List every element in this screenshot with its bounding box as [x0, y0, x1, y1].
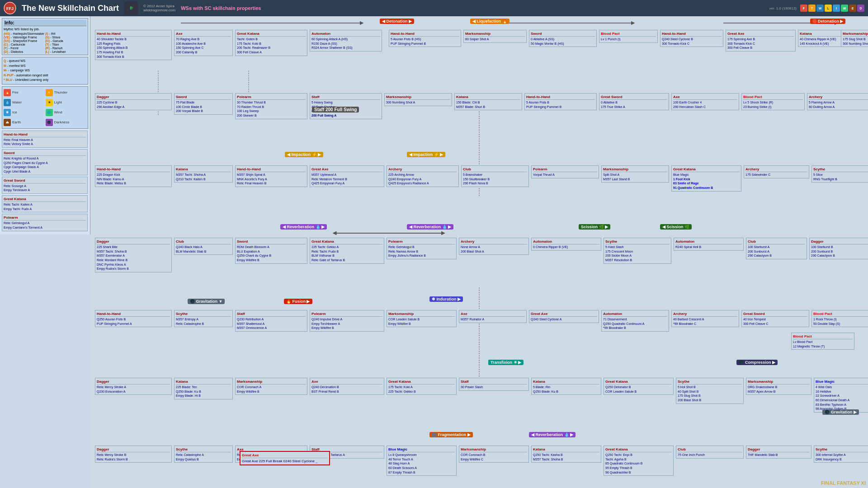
thunder-label: Thunder	[54, 90, 68, 94]
earth-row: ⛰ Earth	[4, 119, 45, 126]
club-row7: Club 75 One Inch Punch	[676, 446, 744, 459]
katana-row6-center: Katana 5 Blade: Rin Q250 Blade: Ku B	[531, 378, 601, 395]
inner-chart: Detonation ▶ Hand-to-Hand 40 Shoulder Ta…	[90, 16, 868, 488]
marks-row6: Marksmanship COR Coronach A Empy Wildfir…	[235, 378, 307, 395]
abbr-S: (S) - Shiva	[45, 36, 86, 39]
automaton-row4: Automaton 0 Chimera Ripper B (VE)	[531, 238, 601, 251]
earth-elem-icon: ⛰	[4, 119, 11, 126]
element-icons: F T W L I W E D	[800, 5, 864, 12]
thunder-elem-icon: ⚡	[46, 89, 53, 96]
hth-left-sec: Hand-to-Hand Relic Final Heaven A Relic …	[2, 131, 88, 148]
marks-row2: Marksmanship 300 Numbing Shot A	[384, 93, 452, 106]
q-labels: Q - queued WS M - merited WS M- - campai…	[4, 59, 86, 83]
hth-header: Hand-to-Hand	[4, 132, 86, 137]
hth-skill-2: Relic Victory Smite A	[4, 142, 86, 146]
polearm-row3: Polearm Vorpal Thrust A	[531, 165, 599, 178]
wind-row: 🌀 Wind	[46, 109, 87, 116]
dagger-row7: Dagger Relic Mercy Stroke B Relic Rudra'…	[95, 446, 172, 463]
chart-wrapper: Detonation ▶ Hand-to-Hand 40 Shoulder Ta…	[90, 16, 868, 488]
axe-top-sec: Axe 70 Raging Axe B 100 Avalanche Axe B …	[174, 30, 233, 56]
bm-row7: Blue Magic Lv 8 Queasyshroom 48 Terror T…	[387, 446, 457, 476]
gs-mid-sec: Great Sword 0 Ablative B 175 True Strike…	[599, 93, 669, 110]
impaction-right-label: ◀ Impaction ⚡ ▶	[407, 152, 445, 157]
marks-row5: Marksmanship COR Leaden Salute B Empy Wi…	[387, 310, 457, 327]
ga-row3: Great Axe M357 Upheaval A Relic Metatron…	[310, 165, 384, 187]
transfixion-label: Transfixion ☀ ▶	[488, 360, 524, 365]
polearm-row5: Polearm Q240 Impulse Drive A Empy Torchb…	[310, 310, 384, 332]
wind-elem-icon: 🌀	[46, 109, 53, 116]
svg-text:FFJ: FFJ	[6, 6, 14, 11]
water-icon: W	[816, 5, 824, 12]
header-right: ver. 1.0 (190812) F T W L I W E D	[769, 5, 864, 12]
dagger-row6: Dagger Relic Mercy Stroke A Q230 Eviscer…	[95, 378, 172, 395]
app-logo: FFJ	[4, 2, 16, 14]
scythe-row7-right: Scythe 300 Infernal Scythe A DRK Insurge…	[814, 446, 868, 463]
detonation-dot	[812, 19, 817, 23]
ice-row: ❄ Ice	[4, 109, 45, 116]
detonation-top-label: Detonation ▶	[810, 19, 845, 24]
katana-row3: Katana M357 Tachi: Shoha A Q210 Tachi: K…	[174, 165, 233, 183]
gk-header: Great Katana	[4, 197, 86, 202]
gravitation-bot-label: 🌑 Gravitation ▶	[822, 409, 859, 415]
abbr-C: (C) - Carbuncle	[4, 43, 45, 46]
dagger-row2: Dagger 225 Cyclone B 290 Aeolian Edge A	[95, 93, 172, 110]
great-katana-row6: Great Katana 175 Tachi: Koki A 225 Tachi…	[387, 378, 457, 395]
ga-row5: Great Axe Q240 Steel Cyclone A	[529, 310, 599, 323]
earth-label: Earth	[12, 120, 21, 124]
dagger-row4: Dagger 225 Shark Bite M357 Tachi: Shoha …	[95, 238, 172, 272]
axe-mid-right: Axe 100 Earth Crusher 4 290 Herculean Sl…	[671, 93, 739, 110]
reverberation-bot-label: ◀ Reverberation 💧 ▶	[529, 432, 576, 437]
gk-skill-2: Empy Tachi: Fudo A	[4, 207, 86, 211]
abbr-SS: (SS) - Sharpshot Frame	[4, 39, 45, 42]
compression-label: 🌑 Compression ▶	[736, 360, 778, 365]
light-row: ☀ Light	[46, 99, 87, 106]
sword-row4: Sword RDM Death Blossom A BLU Expiation …	[235, 238, 307, 264]
gk-top-sec: Great Katana Tachi: Goten B 175 Tachi: K…	[235, 30, 307, 56]
dark-elem-icon: 🌑	[46, 119, 53, 126]
automaton-top-sec: Automaton 60 Spinning Attack A (HS) R150…	[310, 30, 382, 52]
axe-row6: Axe Q240 Decimation B BST Primal Rend B	[310, 378, 384, 395]
archery-row3-right: Archery 175 Sidewinder C	[744, 165, 809, 178]
left-legend-panel: Info: Mythic WS listed by job. (HS) - Ha…	[0, 16, 90, 235]
mythic-note: Mythic WS listed by job.	[4, 27, 86, 31]
liquefaction-label: ◀ Liquefaction 🔥	[470, 19, 509, 24]
marks-top-sec: Marksmanship 80 Sniper Shot A	[463, 30, 527, 43]
scission-left-label: Scission 🌿 ▶	[579, 224, 610, 230]
fire-label: Fire	[12, 90, 19, 94]
info-section: Info: Mythic WS listed by job. (HS) - Ha…	[2, 18, 88, 55]
thunder-row: ⚡ Thunder	[46, 89, 87, 96]
scythe-row7: Scythe Relic Catastrophe A Empy Quietus …	[174, 446, 233, 463]
archery-row2: Archery 5 Flaming Arrow A 80 Dulling Arr…	[807, 93, 868, 110]
dragon-logo: 🐉	[124, 1, 138, 15]
fragmentation-label: 🌀 Fragmentation ▶	[429, 432, 473, 437]
ga-noted-sec: Great Axe Great Axe 225 Full Break 0240 …	[240, 451, 330, 465]
club-row4: Club Q240 Black Halo A BLM Mandelic Stab…	[174, 238, 233, 255]
hth-row5: Hand-to-Hand Q250 Asuran Fists B PUP Str…	[95, 310, 172, 327]
polearm-row2: Polearm 30 Thunder Thrust B 70 Raiden Th…	[235, 93, 307, 119]
scythe-row6: Scythe 5 Hot Shot B 40 Split Shot B 175 …	[676, 378, 744, 404]
earth-icon: E	[849, 5, 856, 12]
fire-row: 🔥 Fire	[4, 89, 45, 96]
bm-row6: Blue Magic 4 Wild Oats 16 Helldive 22 Sc…	[814, 378, 868, 413]
reverberation-right-label: ◀ Reverberation 💧 ▶	[407, 224, 453, 230]
marks-far-right: Marksmanship 175 Slug Shot B 300 Numbing…	[841, 30, 868, 47]
impaction-left-label: ◀ Impaction ⚡ ▶	[285, 152, 323, 157]
bp-mid-sec: Blood Pact Lv 5 Shock Strike (R) 23 Burn…	[741, 93, 805, 110]
gk-row3: Great Katana Blue Magic 1 Foot Kick 63 S…	[671, 165, 741, 192]
greatsword-left-sec: Great Sword Relic Scourge A Empy Torclea…	[2, 177, 88, 194]
ice-label: Ice	[12, 110, 17, 114]
detonation-label: Detonation	[818, 19, 839, 23]
polearm-skill-1: Relic Geirskogul A	[4, 221, 86, 225]
club-row3: Club 5 Brainshaker 150 Skullbreaker B 29…	[461, 165, 529, 187]
sword-header: Sword	[4, 150, 86, 156]
page-title: The New Skillchain Chart	[22, 4, 119, 13]
elements-section: 🔥 Fire ⚡ Thunder 💧 Water ☀ Light ❄ I	[2, 86, 88, 129]
ga-far-right: Great Axe 175 Spinning Axe B 300 Tornado…	[726, 30, 796, 52]
thunder-icon: T	[808, 5, 816, 12]
abbr-L: (L) - Leviathan	[45, 50, 86, 53]
light-label: Light	[54, 100, 62, 104]
dark-icon: D	[857, 5, 864, 12]
hth-row3-mid: Hand-to-Hand M357 Shijin Spiral A MNK As…	[235, 165, 307, 187]
hth-top-sec: Hand-to-Hand 40 Shoulder Tackle B 125 Ra…	[95, 30, 172, 60]
gs-row5: Great Sword 40 Iron Tempest 300 Fell Cle…	[741, 310, 809, 327]
